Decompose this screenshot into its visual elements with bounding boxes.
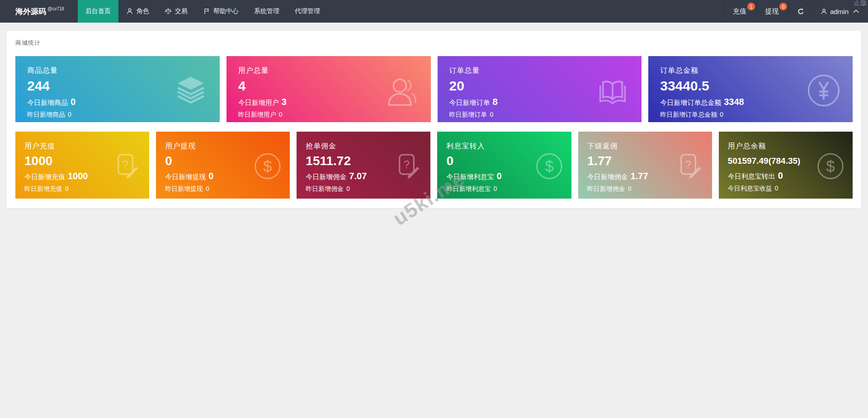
scales-icon [165, 8, 172, 15]
stat-card: 订单总金额33440.5今日新增订单总金额3348昨日新增订单总金额0 [648, 56, 853, 122]
stat-yesterday-line: 昨日新增订单0 [449, 111, 642, 119]
withdraw-button[interactable]: 提现0 [756, 0, 788, 23]
corner-watermark: 正版 [854, 0, 867, 7]
stat-yesterday-line: 昨日新增佣金0 [587, 185, 712, 193]
stat-yesterday-label: 昨日新增佣金 [587, 185, 625, 193]
stat-card-title: 用户提现 [165, 142, 290, 151]
svg-text:$: $ [826, 158, 835, 175]
user-icon [821, 8, 827, 15]
stat-today-value: 3348 [724, 97, 744, 106]
stat-card: 商品总量244今日新增商品0昨日新增商品0 [15, 56, 220, 122]
quick-actions: 充值1提现0 [724, 0, 788, 23]
stat-yesterday-label: 昨日新增商品 [27, 111, 65, 119]
stat-yesterday-value: 0 [68, 111, 71, 118]
nav-item-label: 帮助中心 [213, 7, 239, 15]
nav-help-center[interactable]: 帮助中心 [195, 0, 246, 23]
nav-agent-management[interactable]: 代理管理 [287, 0, 328, 23]
stat-yesterday-value: 0 [346, 185, 350, 192]
stat-yesterday-label: 昨日新增订单 [449, 111, 487, 119]
stat-today-value: 1.77 [631, 171, 648, 180]
stat-today-label: 今日新增商品 [27, 99, 68, 107]
refresh-button[interactable] [788, 0, 813, 23]
stat-today-label: 今日新增利息宝 [446, 173, 494, 181]
notification-badge: 0 [779, 3, 787, 10]
stat-yesterday-line: 昨日新增提现0 [165, 185, 290, 193]
stat-card-title: 利息宝转入 [446, 142, 571, 151]
nav-action-label: 提现 [765, 7, 778, 16]
user-name: admin [830, 8, 849, 15]
layers-icon [174, 73, 208, 108]
dollar-circle-icon: $ [535, 152, 563, 180]
stat-card: 用户总余额501597.49(784.35)今日利息宝转出0今日利息宝收益0$ [719, 132, 853, 199]
recharge-button[interactable]: 充值1 [724, 0, 756, 23]
nav-home[interactable]: 后台首页 [78, 0, 118, 23]
stat-yesterday-label: 昨日新增充值 [24, 185, 62, 193]
stat-yesterday-value: 0 [493, 185, 497, 192]
app-logo-badge: @cv718 [47, 6, 64, 11]
main-menu: 后台首页角色交易帮助中心系统管理代理管理 [78, 0, 328, 23]
stat-yesterday-label: 今日利息宝收益 [728, 185, 772, 193]
stats-row-2: 用户充值1000今日新增充值1000昨日新增充值0?用户提现0今日新增提现0昨日… [15, 132, 853, 199]
user-icon [126, 8, 133, 15]
nav-item-label: 代理管理 [295, 7, 320, 15]
stat-yesterday-line: 今日利息宝收益0 [728, 185, 853, 193]
stat-today-value: 7.07 [349, 171, 367, 180]
stat-card: 利息宝转入0今日新增利息宝0昨日新增利息宝0$ [437, 132, 571, 199]
stat-yesterday-line: 昨日新增商品0 [27, 111, 220, 119]
stat-today-value: 8 [493, 97, 498, 106]
book-icon [595, 73, 630, 108]
stat-today-value: 1000 [68, 171, 88, 180]
nav-roles[interactable]: 角色 [118, 0, 157, 23]
stat-today-value: 0 [778, 171, 783, 180]
nav-item-label: 角色 [137, 7, 149, 15]
stat-today-value: 3 [282, 97, 287, 106]
stat-yesterday-label: 昨日新增提现 [165, 185, 203, 193]
stat-today-label: 今日新增订单总金额 [660, 99, 721, 107]
nav-trade[interactable]: 交易 [157, 0, 195, 23]
stat-card-title: 用户充值 [24, 142, 149, 151]
svg-text:$: $ [545, 158, 553, 175]
chevron-up-icon [853, 10, 859, 13]
svg-text:?: ? [404, 159, 410, 171]
flag-icon [203, 8, 210, 15]
stat-today-label: 今日新增用户 [238, 99, 279, 107]
stat-yesterday-value: 0 [628, 185, 632, 192]
stat-card-title: 下级返佣 [587, 142, 712, 151]
stat-yesterday-value: 0 [775, 185, 778, 192]
stat-card: 抢单佣金1511.72今日新增佣金7.07昨日新增佣金0? [297, 132, 430, 199]
stat-today-value: 0 [208, 171, 213, 180]
dollar-circle-icon: $ [816, 152, 844, 180]
stats-row-1: 商品总量244今日新增商品0昨日新增商品0用户总量4今日新增用户3昨日新增用户0… [15, 56, 853, 122]
stat-yesterday-line: 昨日新增订单总金额0 [660, 111, 853, 119]
stat-today-label: 今日新增充值 [24, 173, 65, 181]
users-icon [385, 73, 419, 108]
stat-yesterday-line: 昨日新增用户0 [238, 111, 431, 119]
stat-yesterday-value: 0 [720, 111, 723, 118]
stat-card: 用户总量4今日新增用户3昨日新增用户0 [226, 56, 431, 122]
stat-yesterday-line: 昨日新增利息宝0 [446, 185, 571, 193]
svg-text:?: ? [123, 159, 128, 171]
yen-circle-icon [807, 73, 841, 108]
stat-yesterday-label: 昨日新增佣金 [306, 185, 344, 193]
doc-edit-icon: ? [394, 152, 422, 180]
stat-card-title: 用户总余额 [728, 142, 853, 151]
stat-today-label: 今日新增佣金 [306, 173, 346, 181]
nav-system-management[interactable]: 系统管理 [246, 0, 287, 23]
stat-card: 用户充值1000今日新增充值1000昨日新增充值0? [15, 132, 149, 199]
stat-card: 订单总量20今日新增订单8昨日新增订单0 [438, 56, 642, 122]
stat-today-label: 今日新增佣金 [587, 173, 628, 181]
stat-yesterday-label: 昨日新增订单总金额 [660, 111, 717, 119]
stat-yesterday-value: 0 [279, 111, 283, 118]
stat-today-label: 今日新增订单 [449, 99, 490, 107]
stat-yesterday-value: 0 [206, 185, 209, 192]
stat-yesterday-line: 昨日新增佣金0 [306, 185, 430, 193]
app-logo-text: 海外源码 [15, 6, 46, 17]
stat-yesterday-label: 昨日新增用户 [238, 111, 276, 119]
top-navbar: 海外源码 @cv718 后台首页角色交易帮助中心系统管理代理管理 充值1提现0 … [0, 0, 868, 23]
stat-today-label: 今日新增提现 [165, 173, 206, 181]
stats-panel: 商城统计 商品总量244今日新增商品0昨日新增商品0用户总量4今日新增用户3昨日… [7, 31, 861, 208]
refresh-icon [797, 8, 805, 15]
app-logo[interactable]: 海外源码 @cv718 [0, 0, 78, 23]
stat-card: 下级返佣1.77今日新增佣金1.77昨日新增佣金0? [578, 132, 712, 199]
stat-yesterday-line: 昨日新增充值0 [24, 185, 149, 193]
